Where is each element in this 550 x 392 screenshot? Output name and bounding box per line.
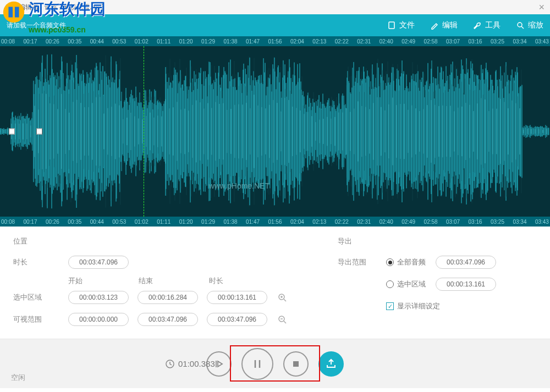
zoom-in-icon[interactable] (276, 291, 288, 303)
clock-icon (165, 359, 175, 369)
wrench-icon (473, 21, 482, 30)
radio-dot-on-icon (386, 258, 394, 266)
export-all-value[interactable]: 00:03:47.096 (436, 256, 496, 269)
export-button[interactable] (318, 351, 344, 377)
check-show-detail[interactable]: ✓ 显示详细设定 (386, 301, 440, 311)
playback-time: 01:00.383 (165, 359, 215, 369)
position-title: 位置 (13, 236, 338, 246)
menu-zoom[interactable]: 缩放 (516, 20, 543, 30)
close-icon[interactable]: × (538, 2, 544, 13)
pause-button[interactable] (241, 348, 273, 380)
visible-start[interactable]: 00:00:00.000 (68, 313, 129, 326)
menu-edit[interactable]: 编辑 (430, 20, 458, 30)
load-hint: 请加载一个音频文件 (7, 21, 66, 30)
radio-dot-off-icon (386, 280, 394, 288)
info-panel: 位置 时长 00:03:47.096 开始 结束 时长 选中区域 00:00:0… (0, 227, 550, 339)
export-range-label: 导出范围 (338, 257, 386, 267)
waveform-area[interactable]: www.pHome.NET (0, 46, 550, 217)
duration-label: 时长 (13, 257, 68, 267)
checkbox-checked-icon: ✓ (386, 302, 394, 310)
title-bar: 音频编辑器 - 许嵩 - 断桥残雪.mp3 × (0, 0, 550, 14)
phome-watermark: www.pHome.NET (209, 181, 270, 190)
menu-tool[interactable]: 工具 (473, 20, 501, 30)
export-title: 导出 (338, 236, 537, 246)
radio-all-audio[interactable]: 全部音频 (386, 257, 426, 267)
svg-rect-3 (389, 22, 394, 29)
export-sel-value[interactable]: 00:00:13.161 (436, 278, 496, 291)
visible-end[interactable]: 00:03:47.096 (138, 313, 198, 326)
transport-bar: 01:00.383 空闲 (0, 339, 550, 388)
status-text: 空闲 (11, 373, 25, 383)
selection-start-handle[interactable] (9, 129, 15, 135)
radio-selection[interactable]: 选中区域 (386, 279, 426, 289)
visible-length[interactable]: 00:03:47.096 (207, 313, 267, 326)
timeline-bottom[interactable]: 00:0800:1700:2600:3500:4400:5301:0201:11… (0, 217, 550, 227)
pencil-icon (430, 21, 439, 30)
svg-point-4 (518, 23, 522, 27)
zoom-out-icon[interactable] (276, 313, 288, 325)
visible-label: 可视范围 (13, 314, 68, 324)
timeline-top[interactable]: 00:0800:1700:2600:3500:4400:5301:0201:11… (0, 36, 550, 46)
selection-label: 选中区域 (13, 292, 68, 302)
waveform-canvas[interactable] (0, 46, 550, 217)
window-title: 音频编辑器 - 许嵩 - 断桥残雪.mp3 (6, 3, 105, 12)
menu-file[interactable]: 文件 (387, 20, 415, 30)
file-icon (387, 21, 396, 30)
stop-button[interactable] (283, 351, 309, 377)
duration-value[interactable]: 00:03:47.096 (68, 256, 129, 269)
playhead-line[interactable] (144, 46, 144, 217)
search-icon (516, 21, 525, 30)
selection-end-handle[interactable] (36, 129, 42, 135)
selection-length[interactable]: 00:00:13.161 (207, 291, 267, 304)
menu-bar: 请加载一个音频文件 文件 编辑 工具 缩放 (0, 14, 550, 36)
selection-end[interactable]: 00:00:16.284 (138, 291, 198, 304)
svg-rect-8 (293, 361, 299, 367)
column-headers: 开始 结束 时长 (68, 276, 338, 286)
selection-start[interactable]: 00:00:03.123 (68, 291, 129, 304)
